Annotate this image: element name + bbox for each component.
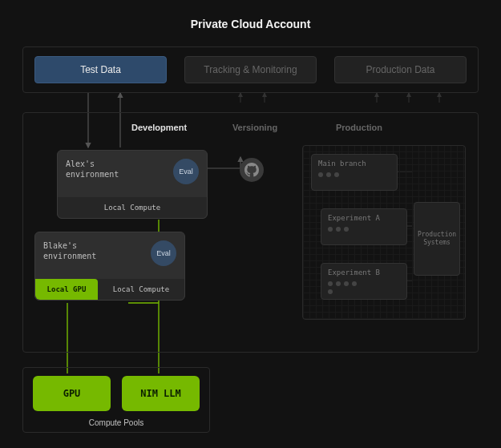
production-group: Main branch Experiment A Experiment B Pr…	[302, 145, 466, 320]
eval-badge: Eval	[173, 159, 199, 184]
nim-llm-pool: NIM LLM	[122, 376, 200, 411]
main-branch-box: Main branch	[311, 154, 398, 191]
experiment-a-box: Experiment A	[321, 208, 407, 245]
experiment-b-box: Experiment B	[321, 263, 407, 300]
tracking-monitoring-box: Tracking & Monitoring	[184, 56, 317, 83]
alex-environment-box: Alex's environment Eval Local Compute	[57, 150, 208, 219]
main-branch-label: Main branch	[318, 159, 366, 167]
local-gpu-label: Local GPU	[35, 279, 98, 300]
production-data-box: Production Data	[334, 56, 467, 83]
eval-badge: Eval	[151, 240, 176, 266]
github-icon	[240, 158, 264, 182]
experiment-b-label: Experiment B	[328, 268, 380, 276]
local-compute-label: Local Compute	[98, 279, 184, 300]
compute-pools-label: Compute Pools	[23, 418, 209, 427]
development-column-label: Development	[131, 123, 187, 132]
production-column-label: Production	[336, 123, 382, 132]
blake-environment-box: Blake's environment Eval Local GPU Local…	[34, 232, 185, 301]
test-data-box: Test Data	[34, 56, 167, 83]
gpu-pool: GPU	[33, 376, 111, 411]
local-compute-label: Local Compute	[58, 197, 207, 218]
versioning-column-label: Versioning	[227, 123, 283, 132]
account-top-row: Test Data Tracking & Monitoring Producti…	[22, 46, 479, 93]
compute-pools-container: GPU NIM LLM Compute Pools	[22, 367, 210, 433]
main-container: Development Alex's environment Eval Loca…	[22, 112, 479, 353]
experiment-a-label: Experiment A	[328, 214, 380, 222]
page-title: Private Cloud Account	[0, 0, 501, 42]
production-systems-box: Production Systems	[414, 202, 460, 276]
